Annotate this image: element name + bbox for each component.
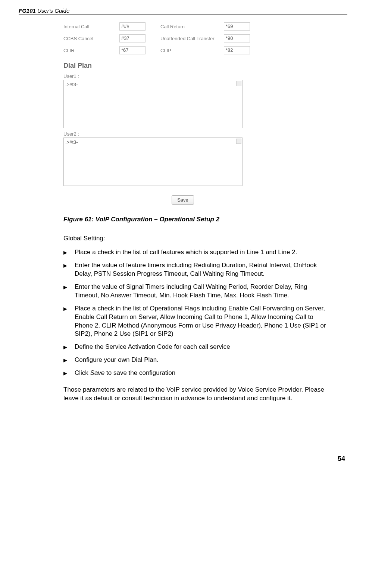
user1-value: .>#t3-	[65, 82, 78, 87]
bullet-text: Place a check in the list of call featur…	[75, 248, 332, 257]
triangle-right-icon: ▶	[63, 248, 75, 257]
label-ccbs-cancel: CCBS Cancel	[63, 36, 119, 41]
user2-value: .>#t3-	[65, 139, 78, 145]
triangle-right-icon: ▶	[63, 369, 75, 377]
field-row-1: CCBS Cancel #37 Unattended Call Transfer…	[63, 34, 332, 42]
bullet-item: ▶Define the Service Activation Code for …	[63, 343, 332, 351]
notes-paragraph: Those parameters are related to the VoIP…	[63, 386, 332, 403]
bullet-item: ▶Enter the value of feature timers inclu…	[63, 261, 332, 278]
label-clip: CLIP	[160, 48, 224, 53]
bullet-item: ▶Enter the value of Signal Timers includ…	[63, 283, 332, 300]
figure-caption: Figure 61: VoIP Configuration – Operatio…	[63, 216, 347, 223]
bullet-item: ▶Place a check in the list of Operationa…	[63, 304, 332, 339]
triangle-right-icon: ▶	[63, 283, 75, 300]
embedded-screenshot: Internal Call ### Call Return *69 CCBS C…	[63, 22, 332, 205]
bullet-item: ▶Click Save to save the configuration	[63, 369, 332, 377]
input-internal-call[interactable]: ###	[119, 22, 146, 31]
header-bold: FG101	[19, 7, 36, 14]
triangle-right-icon: ▶	[63, 261, 75, 278]
bullet-text: Click Save to save the configuration	[75, 369, 332, 377]
triangle-right-icon: ▶	[63, 343, 75, 351]
bullet-text: Enter the value of Signal Timers includi…	[75, 283, 332, 300]
user1-label: User1 :	[63, 73, 332, 79]
input-ccbs-cancel[interactable]: #37	[119, 34, 146, 42]
user1-textarea[interactable]: .>#t3-	[63, 80, 243, 128]
bullet-item: ▶Configure your own Dial Plan.	[63, 356, 332, 364]
label-unattended-transfer: Unattended Call Transfer	[160, 36, 224, 41]
input-clip[interactable]: *82	[224, 46, 250, 54]
bullet-text: Define the Service Activation Code for e…	[75, 343, 332, 351]
field-row-2: CLIR *67 CLIP *82	[63, 46, 332, 54]
bullet-item: ▶Place a check in the list of call featu…	[63, 248, 332, 257]
input-unattended-transfer[interactable]: *90	[224, 34, 250, 42]
bullet-text: Place a check in the list of Operational…	[75, 304, 332, 339]
header-rest: User's Guide	[36, 7, 69, 14]
save-button[interactable]: Save	[172, 195, 194, 205]
global-setting-intro: Global Setting:	[63, 234, 332, 243]
input-clir[interactable]: *67	[119, 46, 146, 54]
resize-handle-icon[interactable]	[236, 139, 241, 144]
label-internal-call: Internal Call	[63, 24, 119, 29]
resize-handle-icon[interactable]	[236, 81, 241, 86]
dial-plan-heading: Dial Plan	[63, 62, 332, 70]
user2-label: User2 :	[63, 131, 332, 137]
label-call-return: Call Return	[160, 24, 224, 29]
content-block: Global Setting: ▶Place a check in the li…	[63, 234, 332, 403]
bullet-text: Enter the value of feature timers includ…	[75, 261, 332, 278]
triangle-right-icon: ▶	[63, 356, 75, 364]
bullet-text: Configure your own Dial Plan.	[75, 356, 332, 364]
triangle-right-icon: ▶	[63, 304, 75, 339]
label-clir: CLIR	[63, 48, 119, 53]
input-call-return[interactable]: *69	[224, 22, 250, 31]
field-row-0: Internal Call ### Call Return *69	[63, 22, 332, 31]
page-header: FG101 User's Guide	[19, 7, 347, 15]
page-number: 54	[19, 455, 347, 463]
user2-textarea[interactable]: .>#t3-	[63, 137, 243, 186]
